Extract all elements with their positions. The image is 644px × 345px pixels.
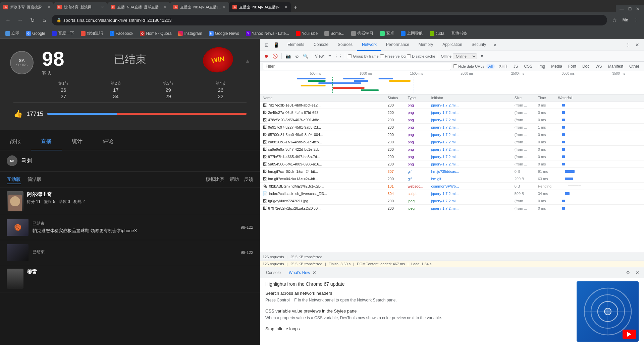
device-toolbar-icon[interactable]: 📱 xyxy=(272,41,280,49)
bookmark-ml[interactable]: 机器学习 xyxy=(349,30,375,37)
network-row-1[interactable]: 🖼 2e49c27a-06c5-4c4a-87fd-698... 200 png… xyxy=(260,109,644,116)
bookmark-youtube[interactable]: YouTube xyxy=(294,30,320,37)
tab-close-4[interactable]: ✕ xyxy=(223,5,226,9)
network-row-9[interactable]: 🖼 hm.gif?cc=0&ck=1&cl=24-bit... 307 gif … xyxy=(260,168,644,175)
disable-cache-checkbox[interactable] xyxy=(407,54,411,58)
devtools-dock-icon[interactable]: ✕ xyxy=(633,41,641,49)
col-header-name[interactable]: Name xyxy=(263,96,387,100)
filter-js-chip[interactable]: JS xyxy=(512,64,520,69)
browser-tab-3[interactable]: 新 直播_NBA直播_足球直播... ✕ xyxy=(107,2,170,12)
network-settings-icon[interactable]: ▼ xyxy=(478,53,486,60)
back-button[interactable]: ← xyxy=(3,15,13,25)
filter-other-chip[interactable]: Other xyxy=(627,64,641,69)
bookmark-cuda[interactable]: cuda xyxy=(428,30,446,37)
inspect-element-icon[interactable]: ⊡ xyxy=(263,41,271,49)
col-header-waterfall[interactable]: Waterfall xyxy=(558,96,641,100)
col-header-type[interactable]: Type xyxy=(408,96,431,100)
sub-tab-help[interactable]: 帮助 xyxy=(229,175,239,184)
filter-media-chip[interactable]: Media xyxy=(549,64,564,69)
filter-css-chip[interactable]: CSS xyxy=(522,64,535,69)
network-row-5[interactable]: 🖼 ea8826b8-1f76-4eab-b61e-ffcb... 200 pn… xyxy=(260,138,644,146)
col-header-status[interactable]: Status xyxy=(387,96,408,100)
bookmark-instagram[interactable]: Instagram xyxy=(176,30,204,37)
col-header-size[interactable]: Size xyxy=(515,96,538,100)
network-row-10[interactable]: 🖼 hm.gif?cc=0&ck=1&cl=24-bit... 200 gif … xyxy=(260,175,644,183)
tab-sports-zhanboa[interactable]: 战报 xyxy=(0,133,31,150)
search-button[interactable]: 🔍 xyxy=(302,53,309,60)
bookmark-facebook[interactable]: f Facebook xyxy=(108,30,136,37)
filter-xhr-chip[interactable]: XHR xyxy=(497,64,509,69)
devtools-tab-elements[interactable]: Elements xyxy=(283,39,309,51)
filter-ws-chip[interactable]: WS xyxy=(593,64,604,69)
tab-close-3[interactable]: ✕ xyxy=(164,5,167,9)
bookmark-android[interactable]: 安卓 xyxy=(378,30,396,37)
bookmark-nav[interactable]: 上网导航 xyxy=(399,30,425,37)
offline-button[interactable]: Offline xyxy=(441,54,451,58)
network-row-6[interactable]: 🖼 ca6e9e9a-3d47-422d-bc1e-2dc... 200 png… xyxy=(260,146,644,153)
network-row-12[interactable]: 📄 index?callback=cb_liverscast_f23... 30… xyxy=(260,190,644,197)
filter-manifest-chip[interactable]: Manifest xyxy=(606,64,625,69)
settings-button[interactable]: ⋮ xyxy=(631,15,641,25)
scroll-indicator[interactable]: ▲ xyxy=(245,58,251,65)
sub-tab-interactive[interactable]: 互动版 xyxy=(7,175,21,184)
devtools-tab-sources[interactable]: Sources xyxy=(333,39,357,51)
network-row-7[interactable]: 🖼 977b67b1-4665-4f97-ba3b-7d... 200 png … xyxy=(260,153,644,160)
devtools-more-tabs[interactable]: » xyxy=(491,42,499,48)
network-row-0[interactable]: 🖼 7d27ec3b-1e31-4b0f-abcf-e12... 200 png… xyxy=(260,101,644,109)
bookmark-star-button[interactable]: ☆ xyxy=(610,15,619,25)
bookmark-nizhidao[interactable]: 你知道吗 xyxy=(79,30,105,37)
devtools-tab-performance[interactable]: Performance xyxy=(381,39,414,51)
bookmark-some[interactable]: Some... xyxy=(322,30,346,37)
user-profile-button[interactable]: Me xyxy=(621,15,630,25)
tab-close-1[interactable]: ✕ xyxy=(47,5,50,9)
filter-input[interactable] xyxy=(263,63,451,70)
tab-sports-zhibo[interactable]: 直播 xyxy=(31,133,62,150)
devtools-tab-console[interactable]: Console xyxy=(309,39,333,51)
sub-tab-feedback[interactable]: 反馈 xyxy=(244,175,253,184)
network-row-3[interactable]: 🖼 9e917c97-5227-4581-9ab5-2d... 200 png … xyxy=(260,124,644,131)
record-button[interactable]: ⏺ xyxy=(263,53,270,60)
network-row-2[interactable]: 🖼 478e5e20-5d59-402f-a901-b8e... 200 png… xyxy=(260,116,644,124)
tab-close-5[interactable]: ✕ xyxy=(284,5,287,9)
bookmark-liji[interactable]: 立即 xyxy=(3,30,21,37)
maximize-button[interactable]: □ xyxy=(627,5,633,12)
browser-tab-2[interactable]: 新 新浪体育_新浪网 ✕ xyxy=(54,2,107,12)
network-row-4[interactable]: 🖼 65700e81-3aa0-49a9-8a94-004... 200 png… xyxy=(260,131,644,138)
filter-icon[interactable]: ⊘ xyxy=(293,53,301,60)
bookmark-google[interactable]: G Google xyxy=(24,30,47,37)
col-header-initiator[interactable]: Initiator xyxy=(431,96,514,100)
devtools-tab-application[interactable]: Application xyxy=(438,39,467,51)
bookmark-quora[interactable]: Q Home - Quora xyxy=(138,30,173,37)
network-row-8[interactable]: 🖼 5a854508-5f41-4009-8986-a16... 200 png… xyxy=(260,160,644,168)
devtools-settings-icon[interactable]: ⋮ xyxy=(624,41,632,49)
throttle-select[interactable]: Online Slow 3G Fast 3G Offline xyxy=(453,53,477,59)
filter-font-chip[interactable]: Font xyxy=(566,64,578,69)
bookmark-baidu[interactable]: 百度一下 xyxy=(50,30,76,37)
bp-close-icon[interactable]: ✕ xyxy=(633,269,641,277)
browser-tab-1[interactable]: 新 新浪体育_百度搜索 ✕ xyxy=(0,2,54,12)
network-row-13[interactable]: 🖼 fg6g-fykiuex7242691.jpg 200 jpeg jquer… xyxy=(260,197,644,205)
bp-tab-console[interactable]: Console xyxy=(263,267,284,278)
new-tab-button[interactable]: + xyxy=(291,3,300,12)
filter-img-chip[interactable]: Img xyxy=(536,64,547,69)
bp-whatsnew-close[interactable]: ✕ xyxy=(312,270,316,275)
tab-sports-pinglun[interactable]: 评论 xyxy=(93,133,123,150)
browser-tab-4[interactable]: 新 直播室_NBA|NBA直播|... ✕ xyxy=(170,2,229,12)
hide-data-urls-checkbox[interactable] xyxy=(453,64,457,68)
bookmark-googlenews[interactable]: N Google News xyxy=(207,30,241,37)
bookmark-yahoo[interactable]: Y Yahoo News - Late... xyxy=(244,30,291,37)
screenshot-button[interactable]: 📷 xyxy=(284,53,292,60)
group-by-frame-checkbox[interactable] xyxy=(348,54,352,58)
tab-close-2[interactable]: ✕ xyxy=(101,5,104,9)
bookmark-other[interactable]: 其他书签 xyxy=(449,30,469,37)
devtools-tab-security[interactable]: Security xyxy=(467,39,491,51)
view-scatter-icon[interactable]: ⋮⋮ xyxy=(335,53,342,60)
filter-doc-chip[interactable]: Doc xyxy=(580,64,591,69)
bp-settings-icon[interactable]: ⚙ xyxy=(624,269,632,277)
reload-button[interactable]: ↻ xyxy=(28,15,37,25)
bp-tab-whatsnew[interactable]: What's New ✕ xyxy=(285,267,320,278)
devtools-tab-memory[interactable]: Memory xyxy=(414,39,438,51)
browser-tab-5[interactable]: 新 直播室_NBA|NBA直播|N... ✕ xyxy=(229,2,291,12)
view-list-icon[interactable]: ≡ xyxy=(326,53,333,60)
forward-button[interactable]: → xyxy=(15,15,25,25)
